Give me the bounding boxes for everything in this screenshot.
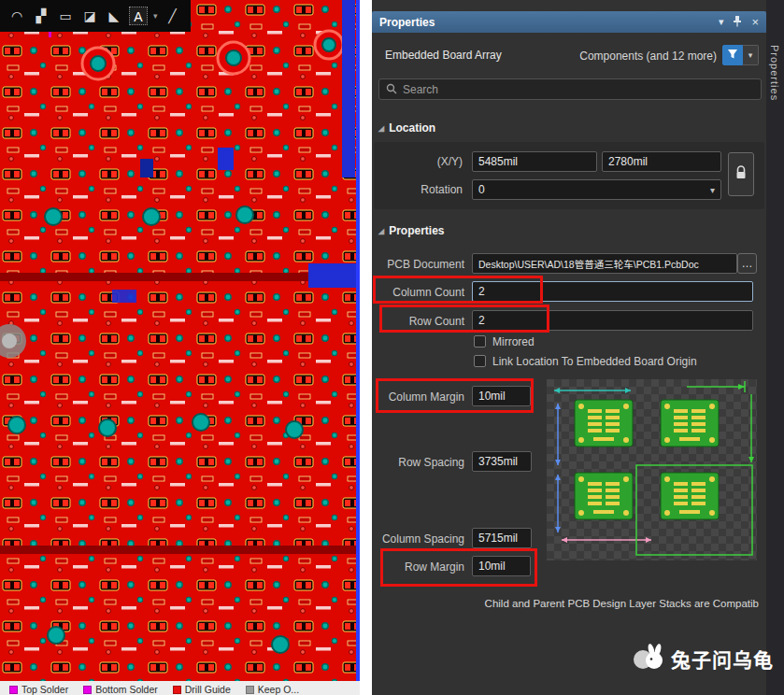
panel-title: Properties	[379, 16, 709, 29]
chevron-down-icon: ▾	[710, 185, 715, 195]
pcb-canvas[interactable]: ◠ ▞ ▭ ◪ ◣ A ▾ ╱	[0, 0, 360, 681]
row-margin-field[interactable]	[472, 556, 531, 576]
section-title: Location	[389, 121, 435, 135]
layer-tab-label: Keep O...	[258, 684, 299, 695]
section-collapse-icon: ◢	[378, 124, 384, 133]
rotation-label: Rotation	[374, 183, 463, 196]
search-input[interactable]	[403, 83, 754, 96]
pcb-document-field[interactable]	[472, 253, 737, 274]
column-count-field[interactable]	[472, 281, 753, 302]
ellipsis-icon: …	[742, 257, 753, 270]
layer-tab-bar: Top Solder Bottom Solder Drill Guide Kee…	[0, 681, 360, 695]
fill-tool-icon[interactable]: ▭	[56, 7, 75, 25]
layer-stack-status-note: Child and Parent PCB Design Layer Stacks…	[430, 598, 759, 609]
x-coordinate-field[interactable]	[472, 151, 597, 172]
rotation-dropdown[interactable]: 0 ▾	[472, 179, 721, 200]
watermark-text: 兔子问乌龟	[671, 645, 774, 673]
panel-docking-strip: Properties	[766, 0, 784, 695]
filter-button[interactable]	[722, 45, 743, 65]
layer-color-swatch	[83, 686, 92, 694]
layer-tab-drill-guide[interactable]: Drill Guide	[173, 684, 231, 695]
section-title: Properties	[389, 224, 444, 237]
search-icon	[386, 81, 397, 98]
object-type-label: Embedded Board Array	[385, 49, 502, 62]
properties-panel-header[interactable]: Properties ▾ ×	[372, 11, 766, 33]
layer-tab-label: Top Solder	[21, 684, 68, 695]
route-tool-icon[interactable]: ▞	[32, 7, 50, 25]
board-array-preview	[547, 379, 757, 560]
pcb-toolbar: ◠ ▞ ▭ ◪ ◣ A ▾ ╱	[0, 0, 191, 32]
link-location-checkbox[interactable]	[474, 355, 486, 367]
layer-color-swatch	[9, 686, 18, 694]
row-count-label: Row Count	[372, 315, 464, 328]
rotation-value: 0	[478, 183, 710, 196]
column-spacing-label: Column Spacing	[372, 532, 464, 546]
column-spacing-field[interactable]	[472, 528, 532, 548]
row-spacing-label: Row Spacing	[372, 456, 464, 469]
location-section-header[interactable]: ◢Location	[378, 121, 435, 135]
layer-color-swatch	[173, 686, 181, 694]
layer-tab-label: Drill Guide	[185, 684, 231, 695]
lock-button[interactable]	[728, 152, 754, 196]
pcb-artwork	[0, 0, 360, 681]
pin-icon[interactable]	[733, 15, 742, 29]
properties-side-tab[interactable]: Properties	[769, 45, 780, 101]
funnel-icon	[727, 47, 738, 64]
link-location-label: Link Location To Embedded Board Origin	[492, 355, 697, 368]
filter-dropdown-button[interactable]: ▾	[743, 45, 759, 65]
properties-section-header[interactable]: ◢Properties	[378, 224, 445, 237]
pcb-document-label: PCB Document	[372, 258, 464, 271]
chevron-down-icon: ▾	[748, 50, 753, 60]
mirrored-label: Mirrored	[492, 335, 535, 348]
mirrored-checkbox[interactable]	[474, 335, 486, 348]
watermark: 兔子问乌龟	[632, 643, 774, 674]
xy-label: (X/Y)	[374, 155, 463, 168]
browse-document-button[interactable]: …	[737, 253, 757, 274]
scope-label[interactable]: Components (and 12 more)	[519, 50, 717, 63]
close-icon[interactable]: ×	[751, 16, 759, 28]
row-spacing-field[interactable]	[472, 451, 532, 472]
polygon-pour-icon[interactable]: ◪	[80, 7, 99, 25]
lock-icon	[734, 164, 748, 184]
row-margin-label: Row Margin	[372, 560, 464, 574]
row-count-field[interactable]	[472, 310, 753, 331]
arc-tool-icon[interactable]: ◠	[7, 7, 26, 25]
panel-background	[372, 0, 784, 695]
y-coordinate-field[interactable]	[602, 151, 721, 172]
layer-tab-keepout[interactable]: Keep O...	[246, 684, 299, 695]
string-tool-icon[interactable]: A	[129, 7, 148, 25]
layer-color-swatch	[246, 686, 254, 694]
column-margin-label: Column Margin	[372, 390, 464, 404]
search-box[interactable]	[378, 78, 762, 100]
app-window: ◠ ▞ ▭ ◪ ◣ A ▾ ╱ Top Solder Bottom Solder…	[0, 0, 784, 695]
panel-menu-chevron-icon[interactable]: ▾	[719, 17, 724, 27]
column-margin-field[interactable]	[472, 386, 531, 406]
layer-tab-bottom-solder[interactable]: Bottom Solder	[83, 684, 158, 695]
layer-tab-top-solder[interactable]: Top Solder	[9, 684, 68, 695]
layer-tab-label: Bottom Solder	[95, 684, 158, 695]
column-count-label: Column Count	[372, 286, 464, 299]
section-collapse-icon: ◢	[378, 227, 384, 235]
rabbit-logo-icon	[632, 643, 665, 674]
toolbar-dropdown-caret-icon[interactable]: ▾	[153, 11, 158, 21]
line-tool-icon[interactable]: ╱	[164, 7, 182, 25]
image-gap	[360, 0, 372, 695]
slice-tool-icon[interactable]: ◣	[105, 7, 123, 25]
